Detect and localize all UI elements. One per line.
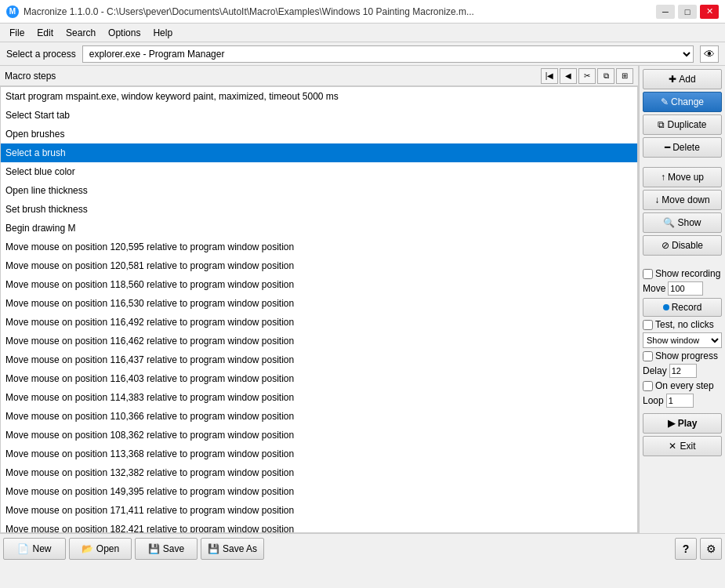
step-item[interactable]: Move mouse on position 120,595 relative … — [1, 238, 637, 256]
open-label: Open — [96, 543, 119, 554]
show-progress-checkbox[interactable] — [643, 351, 653, 361]
menu-search[interactable]: Search — [60, 26, 102, 40]
save-as-button[interactable]: 💾 Save As — [201, 538, 264, 560]
toolbar-first[interactable]: |◀ — [541, 68, 558, 84]
loop-input[interactable] — [666, 394, 694, 408]
step-item[interactable]: Move mouse on position 116,437 relative … — [1, 350, 637, 369]
window-title: Macronize 1.1.0.0 - C:\Users\pever\Docum… — [24, 6, 474, 17]
step-item[interactable]: Open brushes — [1, 125, 637, 143]
exit-icon: ✕ — [669, 441, 676, 452]
settings-button[interactable]: ⚙ — [700, 538, 722, 560]
record-button[interactable]: Record — [643, 298, 722, 317]
step-item[interactable]: Move mouse on position 108,362 relative … — [1, 426, 637, 445]
delay-label: Delay — [643, 365, 667, 376]
app-icon: M — [6, 5, 19, 18]
eye-button[interactable]: 👁 — [700, 45, 719, 63]
show-icon: 🔍 — [663, 217, 675, 228]
macro-section: Macro steps |◀ ◀ ✂ ⧉ ⊞ Start program msp… — [0, 66, 639, 533]
duplicate-button[interactable]: ⧉ Duplicate — [643, 114, 722, 135]
disable-button[interactable]: ⊘ Disable — [643, 235, 722, 256]
new-icon: 📄 — [17, 543, 29, 554]
delete-icon: ━ — [665, 142, 670, 153]
move-down-button[interactable]: ↓ Move down — [643, 190, 722, 210]
new-button[interactable]: 📄 New — [3, 538, 66, 560]
exit-label: Exit — [680, 441, 695, 452]
step-item[interactable]: Move mouse on position 120,581 relative … — [1, 256, 637, 275]
menu-options[interactable]: Options — [102, 26, 147, 40]
toolbar-grid[interactable]: ⊞ — [616, 68, 633, 84]
menu-help[interactable]: Help — [147, 26, 179, 40]
step-item[interactable]: Move mouse on position 118,560 relative … — [1, 275, 637, 294]
menu-file[interactable]: File — [3, 26, 31, 40]
play-button[interactable]: ▶ Play — [643, 413, 722, 434]
change-label: Change — [671, 96, 704, 107]
save-icon: 💾 — [148, 543, 160, 554]
step-item[interactable]: Start program mspaint.exe, window keywor… — [1, 87, 637, 106]
step-item[interactable]: Begin drawing M — [1, 219, 637, 238]
move-label: Move — [643, 283, 665, 294]
step-item[interactable]: Open line thickness — [1, 181, 637, 200]
save-as-label: Save As — [223, 543, 257, 554]
recording-section: Show recording Move Record Test, no clic… — [643, 268, 722, 456]
step-item[interactable]: Set brush thickness — [1, 200, 637, 219]
separator-1 — [643, 160, 722, 165]
toolbar-prev[interactable]: ◀ — [560, 68, 577, 84]
delete-button[interactable]: ━ Delete — [643, 137, 722, 158]
step-item[interactable]: Select Start tab — [1, 106, 637, 125]
step-item[interactable]: Move mouse on position 116,403 relative … — [1, 369, 637, 388]
steps-list[interactable]: Start program mspaint.exe, window keywor… — [0, 86, 638, 533]
toolbar-copy[interactable]: ⧉ — [597, 68, 614, 84]
step-item[interactable]: Move mouse on position 116,462 relative … — [1, 332, 637, 350]
close-button[interactable]: ✕ — [700, 5, 719, 19]
step-item[interactable]: Select blue color — [1, 162, 637, 181]
step-item[interactable]: Move mouse on position 116,492 relative … — [1, 313, 637, 332]
step-item[interactable]: Move mouse on position 182,421 relative … — [1, 520, 637, 533]
step-item[interactable]: Move mouse on position 116,530 relative … — [1, 294, 637, 313]
save-button[interactable]: 💾 Save — [135, 538, 198, 560]
menu-edit[interactable]: Edit — [31, 26, 60, 40]
show-progress-label: Show progress — [655, 350, 718, 361]
up-arrow-icon: ↑ — [661, 172, 665, 183]
step-item[interactable]: Move mouse on position 113,368 relative … — [1, 445, 637, 463]
step-item[interactable]: Move mouse on position 110,366 relative … — [1, 407, 637, 426]
maximize-button[interactable]: □ — [678, 5, 697, 19]
add-label: Add — [679, 74, 695, 85]
test-no-clicks-row: Test, no clicks — [643, 319, 722, 330]
change-button[interactable]: ✎ Change — [643, 92, 722, 112]
on-every-step-checkbox[interactable] — [643, 381, 653, 391]
macro-title: Macro steps — [5, 71, 56, 82]
save-as-icon: 💾 — [208, 543, 219, 554]
play-icon: ▶ — [668, 418, 675, 429]
move-down-label: Move down — [662, 194, 709, 205]
exit-button[interactable]: ✕ Exit — [643, 436, 722, 456]
step-item[interactable]: Move mouse on position 132,382 relative … — [1, 463, 637, 482]
open-button[interactable]: 📂 Open — [69, 538, 132, 560]
show-progress-row: Show progress — [643, 350, 722, 361]
on-every-step-label: On every step — [655, 380, 714, 391]
minimize-button[interactable]: ─ — [656, 5, 675, 19]
title-bar: M Macronize 1.1.0.0 - C:\Users\pever\Doc… — [0, 0, 725, 24]
help-button[interactable]: ? — [675, 538, 697, 560]
step-item[interactable]: Move mouse on position 171,411 relative … — [1, 501, 637, 520]
step-item[interactable]: Move mouse on position 114,383 relative … — [1, 388, 637, 407]
move-input[interactable] — [668, 281, 703, 296]
play-label: Play — [678, 418, 698, 429]
test-no-clicks-checkbox[interactable] — [643, 320, 653, 330]
show-button[interactable]: 🔍 Show — [643, 212, 722, 233]
add-button[interactable]: ✚ Add — [643, 69, 722, 89]
show-recording-checkbox[interactable] — [643, 269, 653, 279]
duplicate-icon: ⧉ — [658, 119, 665, 130]
title-bar-left: M Macronize 1.1.0.0 - C:\Users\pever\Doc… — [6, 5, 474, 18]
show-window-select[interactable]: Show window Hide window — [643, 332, 722, 348]
main-area: Macro steps |◀ ◀ ✂ ⧉ ⊞ Start program msp… — [0, 66, 725, 533]
open-icon: 📂 — [82, 543, 93, 554]
duplicate-label: Duplicate — [667, 119, 706, 130]
delay-input[interactable] — [669, 364, 697, 378]
move-up-button[interactable]: ↑ Move up — [643, 167, 722, 187]
test-no-clicks-label: Test, no clicks — [655, 319, 714, 330]
toolbar-cut[interactable]: ✂ — [578, 68, 596, 84]
process-select[interactable]: explorer.exe - Program Manager — [82, 45, 694, 63]
loop-label: Loop — [643, 395, 664, 406]
step-item[interactable]: Select a brush — [1, 143, 637, 162]
step-item[interactable]: Move mouse on position 149,395 relative … — [1, 482, 637, 501]
